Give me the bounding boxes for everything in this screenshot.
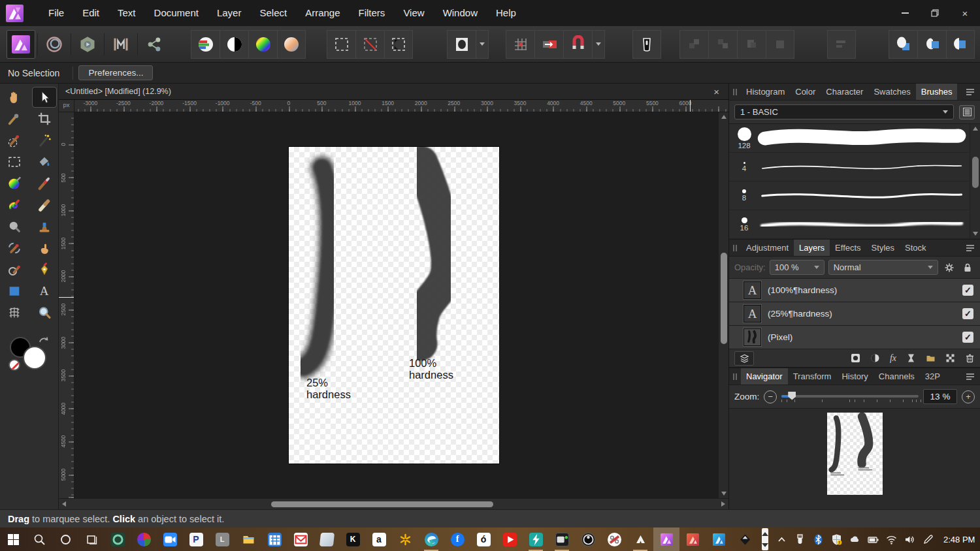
menu-help[interactable]: Help bbox=[487, 0, 525, 26]
quick-mask-button[interactable] bbox=[447, 30, 476, 59]
tab-character[interactable]: Character bbox=[821, 84, 868, 100]
affinity-photo-taskbar-button[interactable] bbox=[653, 527, 679, 551]
walmart-button[interactable] bbox=[392, 527, 418, 551]
quick-mask-dropdown[interactable] bbox=[476, 30, 489, 59]
brush-item-8[interactable]: 8 bbox=[729, 181, 980, 210]
primary-colour-swatch[interactable] bbox=[23, 346, 46, 370]
rectangle-tool[interactable] bbox=[3, 281, 26, 301]
menu-select[interactable]: Select bbox=[250, 0, 296, 26]
mask-layer-icon[interactable] bbox=[851, 353, 860, 363]
green-app-button[interactable] bbox=[105, 527, 131, 551]
opacity-dropdown[interactable]: 100 % bbox=[770, 260, 825, 275]
brush-item-4[interactable]: 4 bbox=[729, 153, 980, 181]
start-button[interactable] bbox=[0, 527, 26, 551]
task-view-button[interactable] bbox=[78, 527, 105, 551]
move-tool[interactable] bbox=[33, 87, 56, 107]
glass-app-button[interactable] bbox=[314, 527, 340, 551]
file-explorer-button[interactable] bbox=[235, 527, 261, 551]
text-tool[interactable]: A bbox=[33, 281, 56, 301]
tab-adjustment[interactable]: Adjustment bbox=[741, 240, 794, 256]
layer-visibility-checkbox[interactable]: ✓ bbox=[962, 308, 973, 319]
menu-file[interactable]: File bbox=[39, 0, 73, 26]
selection-invert-button[interactable] bbox=[384, 30, 413, 59]
tab-effects[interactable]: Effects bbox=[830, 240, 866, 256]
inkscape-button[interactable] bbox=[732, 527, 758, 551]
horizontal-scroll-thumb[interactable] bbox=[271, 501, 493, 507]
erase-brush-tool[interactable] bbox=[33, 195, 56, 215]
menu-edit[interactable]: Edit bbox=[73, 0, 108, 26]
boolean-subtract-button[interactable] bbox=[917, 30, 946, 59]
taskbar-scroll-widget[interactable] bbox=[762, 528, 768, 550]
no-colour-swatch[interactable] bbox=[8, 359, 20, 371]
wifi-tray-icon[interactable] bbox=[882, 527, 900, 551]
blend-options-button[interactable] bbox=[942, 262, 956, 273]
zoom-slider-thumb[interactable] bbox=[788, 392, 796, 400]
selection-subtract-button[interactable] bbox=[355, 30, 384, 59]
selection-new-button[interactable] bbox=[327, 30, 355, 59]
minimize-button[interactable] bbox=[890, 0, 920, 26]
layer-options-button[interactable] bbox=[734, 351, 754, 366]
layer-visibility-checkbox[interactable]: ✓ bbox=[962, 285, 973, 296]
brush-scrollbar[interactable] bbox=[970, 124, 980, 238]
vertical-scroll-thumb[interactable] bbox=[721, 253, 727, 344]
scroll-left-icon[interactable] bbox=[62, 501, 66, 507]
document-tab[interactable]: <Untitled> [Modified] (12.9%) × bbox=[59, 84, 728, 100]
close-button[interactable]: × bbox=[950, 0, 980, 26]
layer-row-100-hardness[interactable]: A (100%¶hardness) ✓ bbox=[729, 278, 980, 302]
layer-row-25-hardness[interactable]: A (25%¶hardness) ✓ bbox=[729, 302, 980, 325]
menu-arrange[interactable]: Arrange bbox=[296, 0, 349, 26]
panel-grip[interactable] bbox=[729, 240, 741, 256]
delete-button[interactable] bbox=[632, 30, 661, 59]
bluetooth-tray-icon[interactable] bbox=[809, 527, 827, 551]
menu-filters[interactable]: Filters bbox=[350, 0, 395, 26]
dodge-brush-tool[interactable] bbox=[3, 217, 26, 236]
zoom-tool[interactable] bbox=[33, 303, 56, 323]
tab-brushes[interactable]: Brushes bbox=[916, 84, 958, 100]
tab-close-icon[interactable]: × bbox=[711, 86, 722, 97]
delete-layer-icon[interactable] bbox=[965, 353, 975, 363]
healing-brush-tool[interactable] bbox=[3, 238, 26, 258]
pinwheel-app-button[interactable] bbox=[131, 527, 157, 551]
tab-32p[interactable]: 32P bbox=[920, 368, 945, 385]
transform-from-centre-button[interactable] bbox=[534, 30, 563, 59]
develop-persona-button[interactable] bbox=[73, 30, 102, 59]
tone-mapping-persona-button[interactable] bbox=[106, 30, 135, 59]
affinity-designer-button[interactable] bbox=[706, 527, 732, 551]
s-app-button[interactable] bbox=[523, 527, 549, 551]
tab-navigator[interactable]: Navigator bbox=[741, 368, 788, 385]
flood-fill-tool[interactable] bbox=[33, 152, 56, 172]
live-filter-icon[interactable]: fx bbox=[890, 353, 896, 364]
layer-thumbnail[interactable] bbox=[743, 328, 761, 346]
menu-layer[interactable]: Layer bbox=[208, 0, 251, 26]
auto-white-balance-button[interactable] bbox=[277, 30, 306, 59]
auto-contrast-button[interactable] bbox=[220, 30, 248, 59]
edge-button[interactable] bbox=[418, 527, 444, 551]
pen-tool[interactable] bbox=[33, 260, 56, 279]
snapping-dropdown[interactable] bbox=[592, 30, 605, 59]
brush-scroll-down-icon[interactable] bbox=[973, 232, 978, 236]
tab-stock[interactable]: Stock bbox=[900, 240, 932, 256]
tab-swatches[interactable]: Swatches bbox=[868, 84, 915, 100]
brush-scroll-up-icon[interactable] bbox=[973, 127, 978, 131]
taskbar-search-button[interactable] bbox=[26, 527, 52, 551]
new-group-icon[interactable] bbox=[926, 353, 936, 363]
security-tray-icon[interactable] bbox=[827, 527, 845, 551]
panel-menu-button[interactable] bbox=[960, 84, 980, 100]
scroll-up-icon[interactable] bbox=[721, 115, 727, 119]
menu-window[interactable]: Window bbox=[434, 0, 487, 26]
clip-icon[interactable] bbox=[906, 353, 916, 363]
flood-select-tool[interactable] bbox=[33, 131, 56, 150]
brush-item-128[interactable]: 128 bbox=[729, 124, 980, 153]
tab-styles[interactable]: Styles bbox=[866, 240, 900, 256]
onedrive-tray-icon[interactable] bbox=[845, 527, 864, 551]
export-persona-button[interactable] bbox=[140, 30, 169, 59]
tab-transform[interactable]: Transform bbox=[788, 368, 837, 385]
scroll-down-icon[interactable] bbox=[721, 492, 727, 496]
tab-history[interactable]: History bbox=[836, 368, 873, 385]
gradient-tool[interactable] bbox=[3, 174, 26, 193]
facebook-button[interactable]: f bbox=[444, 527, 470, 551]
panel-menu-button[interactable] bbox=[960, 368, 980, 385]
record-app-button[interactable] bbox=[601, 527, 627, 551]
canvas-viewport[interactable]: 25%hardness 100%hardness bbox=[74, 112, 728, 498]
liquify-persona-button[interactable] bbox=[40, 30, 69, 59]
